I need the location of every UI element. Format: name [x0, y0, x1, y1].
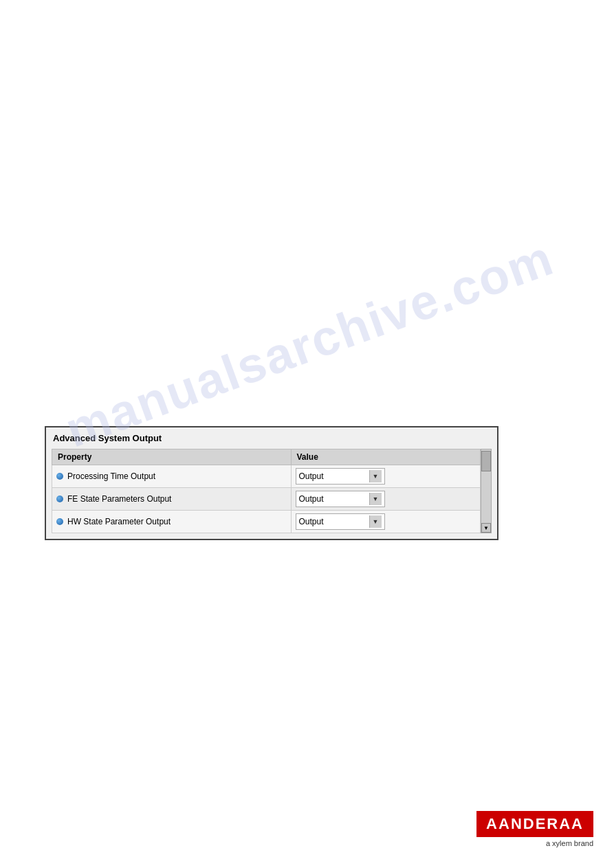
dropdown-arrow-icon[interactable]: ▼ — [369, 515, 382, 528]
property-cell: Processing Time Output — [52, 465, 292, 488]
advanced-system-output-panel: Advanced System Output Property Value Pr… — [45, 426, 498, 540]
header-property: Property — [52, 449, 292, 465]
dropdown-arrow-icon[interactable]: ▼ — [369, 493, 382, 505]
dropdown-arrow-icon[interactable]: ▼ — [369, 470, 382, 482]
scrollbar-down-arrow[interactable]: ▼ — [481, 523, 491, 533]
status-dot-icon — [56, 473, 63, 480]
header-value: Value — [291, 449, 480, 465]
table-wrapper: Property Value Processing Time OutputOut… — [52, 449, 481, 533]
panel-wrapper: Property Value Processing Time OutputOut… — [52, 449, 492, 533]
status-dot-icon — [56, 518, 63, 525]
table-header-row: Property Value — [52, 449, 481, 465]
dropdown-value: Output — [299, 494, 369, 504]
property-cell: FE State Parameters Output — [52, 488, 292, 511]
dropdown-value: Output — [299, 471, 369, 481]
table-row: Processing Time OutputOutput▼ — [52, 465, 481, 488]
logo-box: AANDERAA — [476, 811, 593, 837]
value-cell: Output▼ — [291, 488, 480, 511]
property-label: HW State Parameter Output — [67, 517, 171, 526]
scrollbar[interactable]: ▼ — [481, 449, 492, 533]
status-dot-icon — [56, 496, 63, 502]
logo-subtitle: a xylem brand — [546, 839, 593, 847]
panel-title: Advanced System Output — [52, 433, 492, 443]
watermark-text: manualsarchive.com — [58, 229, 560, 458]
table-row: HW State Parameter OutputOutput▼ — [52, 511, 481, 533]
value-cell: Output▼ — [291, 465, 480, 488]
logo-area: AANDERAA a xylem brand — [476, 811, 593, 847]
property-cell: HW State Parameter Output — [52, 511, 292, 533]
property-label: FE State Parameters Output — [67, 494, 171, 504]
scrollbar-thumb[interactable] — [481, 451, 491, 471]
table-row: FE State Parameters OutputOutput▼ — [52, 488, 481, 511]
dropdown-value: Output — [299, 517, 369, 526]
property-label: Processing Time Output — [67, 471, 155, 481]
property-table: Property Value Processing Time OutputOut… — [52, 449, 481, 533]
logo-text: AANDERAA — [486, 815, 584, 833]
value-cell: Output▼ — [291, 511, 480, 533]
